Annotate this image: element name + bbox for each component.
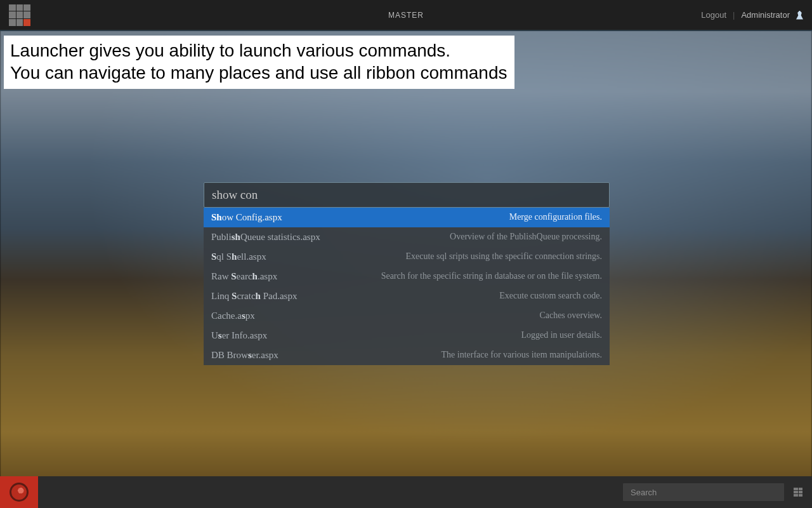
launcher-item-name: Linq Scratch Pad.aspx [211, 291, 297, 302]
launcher-item[interactable]: Sql Shell.aspxExecute sql sripts using t… [204, 247, 610, 267]
launcher-input[interactable] [212, 188, 601, 202]
options-button[interactable] [784, 476, 812, 508]
launcher-item-desc: Merge configuration files. [509, 212, 602, 222]
launcher-item-name: DB Browser.aspx [211, 350, 278, 361]
sitecore-icon [10, 483, 29, 502]
start-button[interactable] [0, 476, 38, 508]
callout-line-2: You can navigate to many places and use … [10, 62, 507, 84]
launcher-results: Show Config.aspxMerge configuration file… [204, 208, 610, 365]
app-logo-icon[interactable] [9, 4, 30, 26]
launcher-item[interactable]: Linq Scratch Pad.aspxExecute custom sear… [204, 286, 610, 306]
launcher-item-name: Show Config.aspx [211, 212, 282, 223]
user-icon [796, 11, 803, 20]
launcher-item-desc: Caches overview. [539, 311, 602, 321]
callout-line-1: Launcher gives you ability to launch var… [10, 39, 507, 62]
top-bar: MASTER Logout | Administrator [0, 0, 812, 31]
launcher-item-desc: Search for the specific string in databa… [381, 271, 602, 281]
launcher-item-desc: Logged in user details. [521, 330, 602, 340]
launcher-panel: Show Config.aspxMerge configuration file… [204, 182, 610, 365]
info-callout: Launcher gives you ability to launch var… [4, 36, 514, 89]
launcher-item-name: Raw Search.aspx [211, 271, 277, 282]
launcher-item[interactable]: Show Config.aspxMerge configuration file… [204, 208, 610, 227]
launcher-item-name: PublishQueue statistics.aspx [211, 232, 320, 243]
launcher-item-desc: Overview of the PublishQueue processing. [450, 232, 602, 242]
launcher-item[interactable]: Cache.aspxCaches overview. [204, 306, 610, 326]
launcher-item-desc: Execute custom search code. [499, 291, 602, 301]
launcher-item-name: User Info.aspx [211, 330, 267, 341]
launcher-item-desc: The interface for various item manipulat… [442, 350, 602, 360]
bottom-bar [0, 476, 812, 508]
launcher-input-wrap [204, 182, 610, 208]
launcher-item[interactable]: PublishQueue statistics.aspxOverview of … [204, 227, 610, 247]
launcher-item[interactable]: DB Browser.aspxThe interface for various… [204, 345, 610, 365]
grip-icon [794, 488, 802, 497]
logout-link[interactable]: Logout [701, 10, 726, 20]
search-input[interactable] [623, 483, 784, 501]
divider: | [733, 10, 735, 20]
launcher-item-name: Cache.aspx [211, 311, 255, 321]
launcher-item-name: Sql Shell.aspx [211, 251, 266, 262]
launcher-item[interactable]: Raw Search.aspxSearch for the specific s… [204, 267, 610, 286]
top-right-controls: Logout | Administrator [701, 10, 803, 20]
user-name[interactable]: Administrator [741, 10, 790, 20]
launcher-item[interactable]: User Info.aspxLogged in user details. [204, 326, 610, 345]
database-title: MASTER [388, 11, 424, 20]
launcher-item-desc: Execute sql sripts using the specific co… [406, 251, 603, 262]
